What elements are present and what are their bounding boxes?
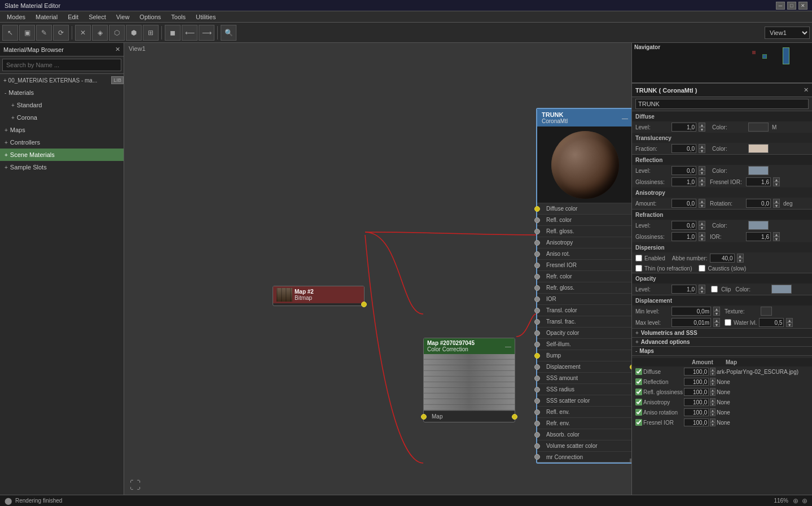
- panel-close-icon[interactable]: ✕: [115, 46, 120, 53]
- refl-gloss-map-check[interactable]: [635, 389, 642, 395]
- menu-modes[interactable]: Modes: [2, 12, 30, 21]
- toolbar-btn-2[interactable]: ▣: [19, 25, 35, 41]
- rotation-down[interactable]: ▼: [773, 203, 780, 208]
- toolbar-btn-8[interactable]: ⬢: [126, 25, 142, 41]
- fresnel-down[interactable]: ▼: [773, 182, 780, 186]
- diffuse-map-down[interactable]: ▼: [710, 372, 716, 376]
- toolbar-btn-3[interactable]: ✎: [36, 25, 52, 41]
- ior-input[interactable]: [746, 232, 771, 241]
- toolbar-btn-9[interactable]: ⊞: [143, 25, 159, 41]
- toolbar-btn-4[interactable]: ⟳: [53, 25, 69, 41]
- fraction-up[interactable]: ▲: [699, 144, 705, 149]
- fresnel-ior-map-check[interactable]: [635, 419, 642, 426]
- diffuse-level-up[interactable]: ▲: [699, 123, 705, 127]
- material-name-input[interactable]: [635, 99, 809, 109]
- right-close-icon[interactable]: ✕: [804, 86, 809, 94]
- tree-standard[interactable]: + Standard: [0, 99, 124, 111]
- max-level-up[interactable]: ▲: [713, 318, 720, 322]
- min-level-down[interactable]: ▼: [713, 311, 720, 316]
- texture-swatch[interactable]: [761, 307, 772, 316]
- ior-up[interactable]: ▲: [773, 232, 780, 237]
- toolbar-btn-6[interactable]: ◈: [92, 25, 108, 41]
- menu-utilities[interactable]: Utilities: [191, 12, 220, 21]
- node-cc-close[interactable]: —: [505, 343, 511, 350]
- abbe-input[interactable]: [710, 254, 735, 263]
- refl-level-down[interactable]: ▼: [699, 171, 705, 175]
- tree-materials[interactable]: - Materials: [0, 86, 124, 99]
- volumetrics-row[interactable]: + Volumetrics and SSS: [632, 329, 812, 338]
- ior-down[interactable]: ▼: [773, 237, 780, 241]
- enabled-checkbox[interactable]: [635, 255, 642, 261]
- toolbar-btn-10[interactable]: ◼: [165, 25, 181, 41]
- aniso-rotation-map-check[interactable]: [635, 409, 642, 416]
- aniso-rotation-map-amount[interactable]: [684, 408, 709, 416]
- menu-view[interactable]: View: [112, 12, 134, 21]
- refr-level-up[interactable]: ▲: [699, 221, 705, 225]
- reflection-map-up[interactable]: ▲: [710, 378, 716, 382]
- toolbar-btn-13[interactable]: 🔍: [221, 25, 236, 41]
- max-level-input[interactable]: [671, 318, 711, 327]
- reflection-map-amount[interactable]: [684, 378, 709, 386]
- caustics-checkbox[interactable]: [699, 265, 705, 272]
- min-level-input[interactable]: [671, 307, 711, 316]
- node-resize-handle[interactable]: [630, 459, 631, 462]
- toolbar-btn-12[interactable]: ⟶: [199, 25, 214, 41]
- gloss-down[interactable]: ▼: [699, 182, 705, 186]
- menu-tools[interactable]: Tools: [166, 12, 190, 21]
- anisotropy-map-up[interactable]: ▲: [710, 398, 716, 402]
- refl-level-up[interactable]: ▲: [699, 166, 705, 171]
- lib-item[interactable]: + 00_MATERIAIS EXTERNAS - ma... LIB: [0, 74, 124, 86]
- refr-gloss-input[interactable]: [671, 232, 696, 241]
- tree-corona[interactable]: + Corona: [0, 111, 124, 124]
- gloss-input[interactable]: [671, 177, 696, 186]
- advanced-row[interactable]: + Advanced options: [632, 338, 812, 347]
- toolbar-btn-11[interactable]: ⟵: [182, 25, 197, 41]
- maximize-button[interactable]: □: [787, 2, 796, 10]
- refr-level-input[interactable]: [671, 221, 696, 230]
- diffuse-level-down[interactable]: ▼: [699, 127, 705, 132]
- diffuse-level-input[interactable]: [671, 123, 696, 132]
- toolbar-btn-5[interactable]: ✕: [75, 25, 91, 41]
- refr-level-down[interactable]: ▼: [699, 225, 705, 230]
- diffuse-color-swatch[interactable]: [748, 123, 769, 132]
- menu-edit[interactable]: Edit: [63, 12, 83, 21]
- search-input[interactable]: [2, 59, 121, 71]
- water-lvl-down[interactable]: ▼: [786, 322, 793, 327]
- node-trunk-close[interactable]: —: [622, 115, 628, 121]
- refr-gloss-up[interactable]: ▲: [699, 232, 705, 237]
- tree-sample-slots[interactable]: + Sample Slots: [0, 161, 124, 173]
- close-button[interactable]: ✕: [798, 2, 807, 10]
- node-trunk[interactable]: TRUNK CoronaMtl — Diffuse color Refl. co…: [536, 108, 631, 464]
- fresnel-ior-map-down[interactable]: ▼: [710, 422, 716, 426]
- view-dropdown[interactable]: View1: [765, 27, 810, 39]
- anisotropy-map-amount[interactable]: [684, 398, 709, 406]
- aniso-rotation-map-down[interactable]: ▼: [710, 412, 716, 416]
- menu-select[interactable]: Select: [84, 12, 111, 21]
- thin-checkbox[interactable]: [635, 265, 642, 272]
- rotation-input[interactable]: [746, 199, 771, 208]
- opacity-level-down[interactable]: ▼: [699, 289, 705, 294]
- fresnel-up[interactable]: ▲: [773, 177, 780, 182]
- minimize-button[interactable]: ─: [776, 2, 785, 10]
- abbe-down[interactable]: ▼: [737, 258, 744, 263]
- aniso-amount-input[interactable]: [671, 199, 696, 208]
- toolbar-btn-7[interactable]: ⬡: [109, 25, 125, 41]
- aniso-amount-down[interactable]: ▼: [699, 203, 705, 208]
- abbe-up[interactable]: ▲: [737, 254, 744, 258]
- node-colorcorrect[interactable]: Map #2070297045 Color Correction — Map: [423, 338, 515, 422]
- refl-gloss-map-down[interactable]: ▼: [710, 392, 716, 396]
- water-lvl-checkbox[interactable]: [725, 319, 731, 326]
- refl-level-input[interactable]: [671, 166, 696, 175]
- water-lvl-input[interactable]: [759, 318, 784, 327]
- refr-gloss-down[interactable]: ▼: [699, 237, 705, 241]
- refl-gloss-map-amount[interactable]: [684, 388, 709, 396]
- menu-options[interactable]: Options: [135, 12, 165, 21]
- diffuse-map-up[interactable]: ▲: [710, 368, 716, 372]
- opacity-level-input[interactable]: [671, 285, 696, 294]
- anisotropy-map-down[interactable]: ▼: [710, 402, 716, 406]
- rotation-up[interactable]: ▲: [773, 199, 780, 203]
- fresnel-ior-map-amount[interactable]: [684, 418, 709, 426]
- reflection-map-down[interactable]: ▼: [710, 382, 716, 386]
- fresnel-ior-map-up[interactable]: ▲: [710, 418, 716, 422]
- max-level-down[interactable]: ▼: [713, 322, 720, 327]
